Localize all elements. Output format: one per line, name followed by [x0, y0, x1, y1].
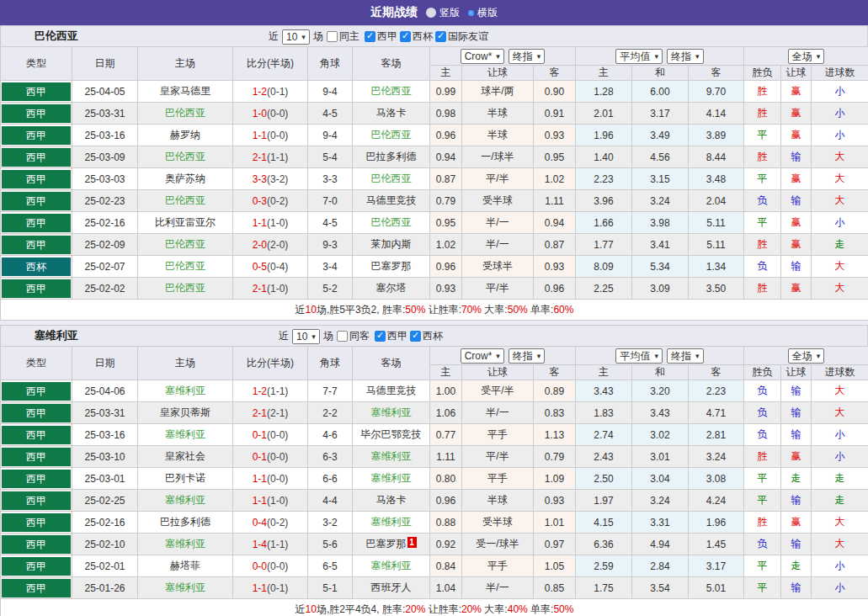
- avg-select[interactable]: 平均值▾: [615, 49, 663, 64]
- away-team-link[interactable]: 马洛卡: [353, 490, 430, 512]
- handicap-line: 平手: [462, 555, 534, 577]
- view-option-horizontal[interactable]: 横版: [468, 6, 498, 20]
- league-checkbox[interactable]: 西杯: [400, 29, 433, 44]
- fulltime-score: 1-1: [253, 495, 267, 507]
- away-team-link[interactable]: 塞尔塔: [353, 278, 430, 300]
- away-team-link[interactable]: 塞维利亚: [353, 402, 430, 424]
- home-team-link[interactable]: 赫塔菲: [138, 555, 233, 577]
- handicap-result-value: 赢: [791, 216, 801, 228]
- scope-select[interactable]: 全场▾: [788, 49, 825, 64]
- fulltime-score: 2-1: [253, 407, 267, 419]
- checkbox-icon[interactable]: [365, 31, 375, 42]
- home-team-link[interactable]: 巴伦西亚: [138, 103, 233, 125]
- radio-icon[interactable]: [468, 10, 474, 16]
- away-team-link[interactable]: 塞维利亚: [353, 446, 430, 468]
- league-checkbox[interactable]: 西甲: [375, 329, 407, 343]
- league-checkbox[interactable]: 西杯: [410, 329, 443, 343]
- wdl-value: 胜: [758, 450, 768, 462]
- odds-away: 0.97: [534, 534, 576, 555]
- scope-select[interactable]: 全场▾: [788, 348, 825, 364]
- away-team-link[interactable]: 西班牙人: [353, 577, 430, 599]
- checkbox-icon[interactable]: [435, 31, 446, 42]
- away-team-link[interactable]: 巴伦西亚: [353, 125, 430, 146]
- league-checkbox[interactable]: 西甲: [365, 29, 397, 44]
- away-team-link[interactable]: 巴塞罗那: [353, 256, 430, 278]
- goals-result-value: 大: [835, 194, 845, 206]
- league-checkbox[interactable]: 国际友谊: [435, 29, 488, 44]
- match-date: 25-03-16: [72, 125, 138, 146]
- away-team-link[interactable]: 塞维利亚: [353, 555, 430, 577]
- same-venue-checkbox[interactable]: 同主: [327, 29, 359, 44]
- away-team-link[interactable]: 马洛卡: [353, 103, 430, 125]
- home-team-link[interactable]: 巴伦西亚: [138, 234, 233, 256]
- home-team-link[interactable]: 皇家马德里: [138, 81, 233, 103]
- match-count-select[interactable]: 10▾: [292, 329, 320, 344]
- away-team-link[interactable]: 巴拉多利德: [353, 146, 430, 168]
- avg-draw-odds: 5.34: [632, 256, 689, 278]
- home-team-link[interactable]: 皇家贝蒂斯: [138, 402, 233, 424]
- avg-away-odds: 1.34: [689, 256, 744, 278]
- home-team-link[interactable]: 塞维利亚: [138, 380, 233, 402]
- result-handicap: 输: [781, 534, 812, 555]
- table-row: 西甲 25-03-01 巴列卡诺 1-1(0-0) 6-6 塞维利亚 0.80 …: [1, 468, 868, 490]
- view-option-vertical[interactable]: 竖版: [426, 6, 460, 20]
- home-team-link[interactable]: 巴伦西亚: [138, 256, 233, 278]
- team2-name: 塞维利亚: [35, 328, 78, 343]
- handicap-result-value: 赢: [791, 238, 801, 250]
- table-row: 西甲 25-03-16 塞维利亚 0-1(0-0) 4-6 毕尔巴鄂竞技 0.7…: [1, 424, 868, 446]
- away-team-link[interactable]: 莱加内斯: [353, 234, 430, 256]
- subcol-odds-away: 客: [534, 66, 576, 81]
- odds-company-select[interactable]: Crow*▾: [461, 49, 504, 64]
- summary-segment: 20%: [405, 603, 425, 615]
- home-team-link[interactable]: 塞维利亚: [138, 490, 233, 512]
- match-count-select[interactable]: 10▾: [282, 29, 310, 45]
- home-team-link[interactable]: 塞维利亚: [138, 424, 233, 446]
- away-team-name: 马洛卡: [376, 107, 407, 119]
- away-team-link[interactable]: 毕尔巴鄂竞技: [353, 424, 430, 446]
- same-venue-checkbox[interactable]: 同客: [337, 329, 370, 343]
- col-header-home: 主场: [138, 47, 233, 81]
- away-team-link[interactable]: 巴塞罗那1: [353, 534, 430, 555]
- away-team-name: 塞维利亚: [371, 516, 412, 528]
- wdl-value: 负: [758, 260, 768, 272]
- away-team-link[interactable]: 巴伦西亚: [353, 81, 430, 103]
- avg-home-odds: 2.59: [576, 555, 632, 577]
- odds-type-select[interactable]: 终指▾: [509, 49, 546, 64]
- home-team-link[interactable]: 赫罗纳: [138, 125, 233, 146]
- match-date: 25-03-31: [72, 103, 138, 125]
- home-team-link[interactable]: 皇家社会: [138, 446, 233, 468]
- checkbox-icon[interactable]: [410, 331, 421, 342]
- home-team-link[interactable]: 塞维利亚: [138, 577, 233, 599]
- home-team-link[interactable]: 巴伦西亚: [138, 278, 233, 300]
- home-team-link[interactable]: 巴拉多利德: [138, 512, 233, 534]
- home-team-link[interactable]: 比利亚雷亚尔: [138, 212, 233, 234]
- home-team-link[interactable]: 巴伦西亚: [138, 146, 233, 168]
- away-team-link[interactable]: 巴伦西亚: [353, 212, 430, 234]
- checkbox-icon[interactable]: [400, 31, 411, 42]
- odds-type-select[interactable]: 终指▾: [509, 348, 546, 364]
- fulltime-score: 0-3: [253, 195, 267, 207]
- match-date: 25-02-23: [72, 190, 138, 212]
- away-team-link[interactable]: 塞维利亚: [353, 512, 430, 534]
- match-date: 25-02-02: [72, 278, 138, 300]
- home-team-link[interactable]: 塞维利亚: [138, 534, 233, 555]
- home-team-link[interactable]: 奥萨苏纳: [138, 168, 233, 190]
- avg-away-odds: 1.96: [689, 512, 744, 534]
- checkbox-icon[interactable]: [337, 331, 348, 342]
- odds-company-select[interactable]: Crow*▾: [461, 348, 504, 364]
- avg-away-odds: 3.17: [689, 555, 744, 577]
- radio-icon[interactable]: [426, 8, 436, 18]
- home-team-link[interactable]: 巴列卡诺: [138, 468, 233, 490]
- avg-type-select[interactable]: 终指▾: [667, 348, 704, 364]
- away-team-link[interactable]: 塞维利亚: [353, 468, 430, 490]
- avg-type-select[interactable]: 终指▾: [667, 49, 704, 64]
- match-type-cell: 西杯: [1, 256, 72, 278]
- avg-select[interactable]: 平均值▾: [615, 348, 663, 364]
- away-team-link[interactable]: 马德里竞技: [353, 190, 430, 212]
- home-team-link[interactable]: 巴伦西亚: [138, 190, 233, 212]
- away-team-link[interactable]: 巴伦西亚: [353, 168, 430, 190]
- checkbox-icon[interactable]: [375, 331, 386, 342]
- result-goals: 大: [812, 190, 868, 212]
- checkbox-icon[interactable]: [327, 31, 338, 42]
- away-team-link[interactable]: 马德里竞技: [353, 380, 430, 402]
